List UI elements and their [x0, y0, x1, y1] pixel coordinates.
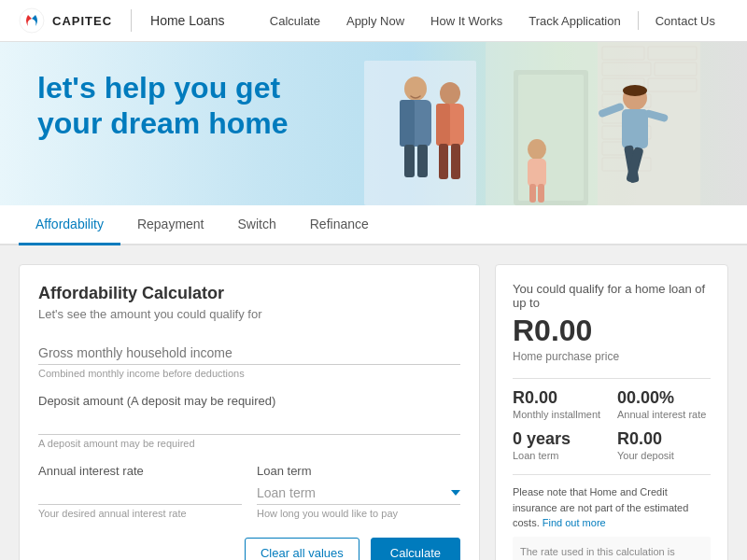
tabs-container: Affordability Repayment Switch Refinance	[0, 205, 747, 245]
main-content: Affordability Calculator Let's see the a…	[0, 245, 747, 560]
loan-term-select[interactable]: Loan term	[257, 480, 460, 505]
results-term-item: 0 years Loan term	[513, 429, 606, 461]
clear-button[interactable]: Clear all values	[245, 538, 359, 560]
nav-apply[interactable]: Apply Now	[333, 0, 417, 42]
results-term-label: Loan term	[513, 450, 606, 461]
calculator-subtitle: Let's see the amount you could qualify f…	[38, 307, 460, 321]
svg-rect-24	[436, 104, 450, 146]
hero-title-line1: let's help you get your dream home	[37, 70, 289, 142]
deposit-hint: A deposit amount may be required	[38, 438, 460, 449]
results-interest-val: 00.00%	[617, 388, 711, 408]
results-monthly-item: R0.00 Monthly installment	[513, 388, 606, 420]
hero-people-illustration	[364, 42, 700, 205]
interest-label: Annual interest rate	[38, 464, 242, 478]
logo-text: CAPITEC	[52, 14, 112, 28]
tab-affordability[interactable]: Affordability	[19, 205, 120, 245]
svg-point-27	[528, 139, 546, 160]
svg-rect-20	[404, 145, 415, 177]
header-nav: Calculate Apply Now How It Works Track A…	[257, 0, 728, 42]
header-divider	[131, 9, 132, 32]
tab-switch[interactable]: Switch	[221, 205, 293, 245]
svg-rect-26	[451, 144, 460, 179]
tab-repayment[interactable]: Repayment	[120, 205, 221, 245]
results-grid: R0.00 Monthly installment 00.00% Annual …	[513, 388, 711, 461]
svg-rect-30	[538, 184, 544, 203]
income-input[interactable]	[38, 340, 460, 365]
deposit-input[interactable]: 0	[38, 410, 460, 435]
form-actions: Clear all values Calculate	[38, 538, 460, 560]
tab-refinance[interactable]: Refinance	[293, 205, 386, 245]
results-interest-label: Annual interest rate	[617, 409, 711, 420]
results-note: Please note that Home and Credit insuran…	[513, 484, 711, 531]
svg-rect-21	[417, 145, 428, 177]
loan-term-chevron-icon	[451, 490, 460, 496]
svg-point-22	[440, 82, 460, 105]
results-monthly-label: Monthly installment	[513, 409, 606, 420]
interest-loan-row: Annual interest rate 9.75 Your desired a…	[38, 464, 460, 519]
logo-area: CAPITEC	[19, 7, 112, 34]
nav-calculate[interactable]: Calculate	[257, 0, 333, 42]
capitec-logo-icon	[19, 7, 45, 34]
nav-track-application[interactable]: Track Application	[515, 0, 634, 42]
results-monthly-val: R0.00	[513, 388, 606, 408]
nav-contact-us[interactable]: Contact Us	[642, 0, 728, 42]
nav-divider	[638, 11, 639, 30]
income-field-group: Combined monthly income before deduction…	[38, 340, 460, 379]
results-amount: R0.00	[513, 314, 711, 348]
svg-rect-19	[400, 100, 415, 147]
loan-term-select-inner[interactable]: Loan term	[257, 485, 460, 500]
results-header-text: You could qualify for a home loan of up …	[513, 282, 711, 310]
interest-input[interactable]: 9.75	[38, 480, 242, 505]
header-brand: Home Loans	[150, 13, 224, 28]
results-interest-item: 00.00% Annual interest rate	[617, 388, 711, 420]
calculator-panel: Affordability Calculator Let's see the a…	[19, 264, 480, 560]
results-deposit-val: R0.00	[617, 429, 711, 449]
results-deposit-label: Your deposit	[617, 450, 711, 461]
svg-point-17	[404, 77, 427, 101]
find-out-more-link[interactable]: Find out more	[543, 517, 606, 528]
results-divider-2	[513, 474, 711, 475]
deposit-label: Deposit amount (A deposit may be require…	[38, 394, 460, 408]
loan-term-label: Loan term	[257, 464, 460, 478]
svg-rect-25	[439, 144, 448, 179]
loan-term-hint: How long you would like to pay	[257, 508, 460, 519]
income-hint: Combined monthly income before deduction…	[38, 368, 460, 379]
results-term-val: 0 years	[513, 429, 606, 449]
header: CAPITEC Home Loans Calculate Apply Now H…	[0, 0, 747, 42]
interest-col: Annual interest rate 9.75 Your desired a…	[38, 464, 242, 519]
results-panel: You could qualify for a home loan of up …	[495, 264, 728, 560]
loan-term-col: Loan term Loan term How long you would l…	[257, 464, 460, 519]
results-deposit-item: R0.00 Your deposit	[617, 429, 711, 461]
hero-text: let's help you get your dream home	[37, 70, 289, 142]
svg-rect-29	[529, 184, 536, 203]
results-divider-1	[513, 378, 711, 379]
calculator-title: Affordability Calculator	[38, 284, 460, 303]
results-amount-label: Home purchase price	[513, 350, 711, 363]
results-footer: The rate used in this calculation is ind…	[513, 537, 711, 561]
interest-hint: Your desired annual interest rate	[38, 508, 242, 519]
svg-rect-28	[528, 159, 546, 187]
svg-point-0	[20, 8, 44, 33]
deposit-field-group: Deposit amount (A deposit may be require…	[38, 394, 460, 449]
calculate-button[interactable]: Calculate	[371, 538, 460, 560]
svg-point-37	[623, 85, 647, 96]
hero-section: let's help you get your dream home	[0, 42, 747, 205]
svg-rect-5	[598, 42, 700, 205]
loan-term-placeholder: Loan term	[257, 485, 316, 500]
nav-how-it-works[interactable]: How It Works	[417, 0, 515, 42]
svg-rect-32	[622, 109, 648, 148]
